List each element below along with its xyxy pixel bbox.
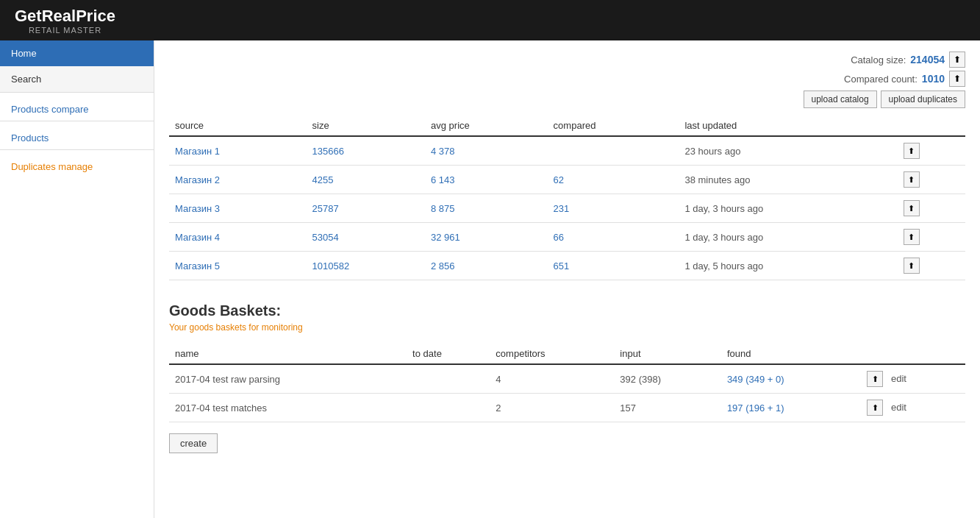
cell-size: 1010582 — [307, 252, 425, 280]
compared-count-row: Compared count: 1010 ⬆ — [804, 71, 965, 87]
sidebar-section-duplicates[interactable]: Duplicates manage — [0, 150, 154, 178]
sidebar-item-home[interactable]: Home — [0, 40, 154, 66]
sidebar-section-products-compare[interactable]: Products compare — [0, 93, 154, 121]
basket-edit-link[interactable]: edit — [891, 373, 906, 384]
row-upload-btn[interactable]: ⬆ — [904, 171, 920, 188]
basket-name: 2017-04 test matches — [169, 394, 407, 422]
sidebar-item-search[interactable]: Search — [0, 66, 154, 92]
cell-avg-price: 6 143 — [425, 166, 548, 194]
row-upload-btn[interactable]: ⬆ — [904, 143, 920, 159]
app-header: GetRealPrice RETAIL MASTER — [0, 0, 980, 40]
brand: GetRealPrice RETAIL MASTER — [15, 7, 115, 35]
cell-compared: 66 — [548, 223, 679, 252]
cell-avg-price: 2 856 — [425, 252, 548, 280]
basket-edit-link[interactable]: edit — [891, 402, 906, 413]
row-upload-btn[interactable]: ⬆ — [904, 229, 920, 245]
goods-baskets-table: name to date competitors input found 201… — [169, 344, 965, 422]
create-button[interactable]: create — [169, 433, 218, 453]
basket-competitors: 4 — [490, 364, 614, 394]
products-table: source size avg price compared last upda… — [169, 116, 965, 280]
basket-name: 2017-04 test raw parsing — [169, 364, 407, 394]
cell-upload: ⬆ — [898, 166, 965, 194]
upload-catalog-button[interactable]: upload catalog — [804, 91, 877, 108]
col-actions — [898, 116, 965, 136]
cell-compared: 651 — [548, 252, 679, 280]
cell-source: Магазин 3 — [169, 194, 307, 223]
col-avg-price: avg price — [425, 116, 548, 136]
main-layout: Home Search Products compare Products Du… — [0, 40, 980, 518]
cell-last-updated: 23 hours ago — [679, 136, 897, 166]
cell-last-updated: 1 day, 3 hours ago — [679, 194, 897, 223]
cell-upload: ⬆ — [898, 194, 965, 223]
cell-upload: ⬆ — [898, 252, 965, 280]
goods-baskets-section: Goods Baskets: Your goods baskets for mo… — [169, 302, 965, 453]
upload-buttons: upload catalog upload duplicates — [804, 91, 965, 108]
goods-baskets-header: name to date competitors input found — [169, 344, 965, 364]
app-subtitle: RETAIL MASTER — [15, 26, 115, 35]
col-name: name — [169, 344, 407, 364]
cell-avg-price: 32 961 — [425, 223, 548, 252]
basket-row: 2017-04 test matches 2 157 197 (196 + 1)… — [169, 394, 965, 422]
basket-input: 157 — [614, 394, 721, 422]
row-upload-btn[interactable]: ⬆ — [904, 200, 920, 216]
basket-found: 349 (349 + 0) — [721, 364, 861, 394]
cell-size: 25787 — [307, 194, 425, 223]
cell-source: Магазин 4 — [169, 223, 307, 252]
cell-avg-price: 4 378 — [425, 136, 548, 166]
col-size: size — [307, 116, 425, 136]
col-to-date: to date — [407, 344, 490, 364]
cell-compared: 62 — [548, 166, 679, 194]
table-row: Магазин 5 1010582 2 856 651 1 day, 5 hou… — [169, 252, 965, 280]
col-compared: compared — [548, 116, 679, 136]
cell-last-updated: 1 day, 5 hours ago — [679, 252, 897, 280]
cell-source: Магазин 2 — [169, 166, 307, 194]
upload-icon: ⬆ — [954, 54, 961, 65]
table-row: Магазин 1 135666 4 378 23 hours ago ⬆ — [169, 136, 965, 166]
goods-baskets-title: Goods Baskets: — [169, 302, 965, 319]
compared-count-label: Compared count: — [844, 74, 918, 85]
catalog-size-label: Catalog size: — [851, 54, 906, 65]
basket-found: 197 (196 + 1) — [721, 394, 861, 422]
col-input: input — [614, 344, 721, 364]
col-gb-actions — [861, 344, 965, 364]
cell-upload: ⬆ — [898, 136, 965, 166]
basket-upload-btn[interactable]: ⬆ — [867, 400, 883, 416]
cell-compared — [548, 136, 679, 166]
basket-actions: ⬆ edit — [861, 394, 965, 422]
cell-upload: ⬆ — [898, 223, 965, 252]
basket-to-date — [407, 394, 490, 422]
cell-compared: 231 — [548, 194, 679, 223]
basket-row: 2017-04 test raw parsing 4 392 (398) 349… — [169, 364, 965, 394]
goods-baskets-subtitle: Your goods baskets for monitoring — [169, 322, 965, 333]
basket-input: 392 (398) — [614, 364, 721, 394]
col-source: source — [169, 116, 307, 136]
basket-upload-btn[interactable]: ⬆ — [867, 371, 883, 387]
catalog-size-row: Catalog size: 214054 ⬆ — [804, 52, 965, 68]
upload-duplicates-button[interactable]: upload duplicates — [881, 91, 965, 108]
table-row: Магазин 3 25787 8 875 231 1 day, 3 hours… — [169, 194, 965, 223]
col-competitors: competitors — [490, 344, 614, 364]
cell-size: 4255 — [307, 166, 425, 194]
basket-to-date — [407, 364, 490, 394]
stats-bar: Catalog size: 214054 ⬆ Compared count: 1… — [169, 52, 965, 108]
compared-count-upload-btn[interactable]: ⬆ — [949, 71, 965, 87]
stats-panel: Catalog size: 214054 ⬆ Compared count: 1… — [804, 52, 965, 108]
cell-last-updated: 1 day, 3 hours ago — [679, 223, 897, 252]
cell-source: Магазин 5 — [169, 252, 307, 280]
cell-size: 135666 — [307, 136, 425, 166]
cell-avg-price: 8 875 — [425, 194, 548, 223]
catalog-size-upload-btn[interactable]: ⬆ — [949, 52, 965, 68]
row-upload-btn[interactable]: ⬆ — [904, 258, 920, 274]
table-row: Магазин 2 4255 6 143 62 38 minutes ago ⬆ — [169, 166, 965, 194]
basket-competitors: 2 — [490, 394, 614, 422]
sidebar-section-products[interactable]: Products — [0, 121, 154, 149]
cell-last-updated: 38 minutes ago — [679, 166, 897, 194]
cell-size: 53054 — [307, 223, 425, 252]
sidebar: Home Search Products compare Products Du… — [0, 40, 154, 518]
col-found: found — [721, 344, 861, 364]
table-row: Магазин 4 53054 32 961 66 1 day, 3 hours… — [169, 223, 965, 252]
cell-source: Магазин 1 — [169, 136, 307, 166]
main-content: Catalog size: 214054 ⬆ Compared count: 1… — [154, 40, 980, 518]
basket-actions: ⬆ edit — [861, 364, 965, 394]
compared-count-value: 1010 — [922, 73, 945, 85]
